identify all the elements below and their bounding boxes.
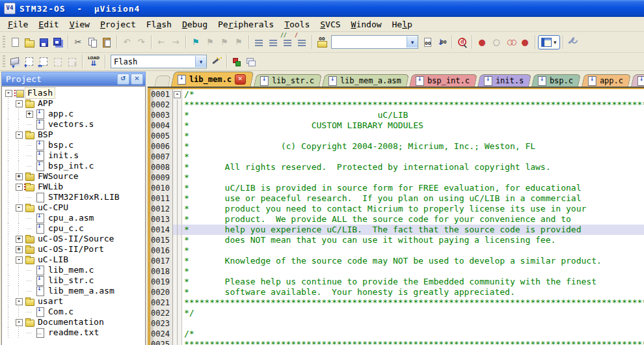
tree-item-vectors-s[interactable]: vectors.s (3, 119, 145, 130)
kill-all-breakpoints-button[interactable]: ● (518, 35, 532, 49)
tree-item-fwsource[interactable]: +FWSource (3, 171, 145, 182)
menu-window[interactable]: Window (346, 19, 387, 30)
tree-item-stm32f10xr-lib[interactable]: STM32F10xR.LIB (3, 192, 145, 202)
build-button[interactable] (22, 55, 36, 69)
tree-item-lib-mem-c[interactable]: lib_mem.c (3, 265, 145, 275)
clear-bookmarks-button[interactable]: ⚑ (232, 35, 246, 49)
tab-init-s[interactable]: init.s (477, 74, 531, 87)
expand-icon[interactable]: + (24, 109, 34, 119)
copy-button[interactable] (85, 35, 100, 49)
comment-button[interactable] (280, 35, 295, 49)
insert-breakpoint-button[interactable]: ● (475, 35, 489, 49)
expand-icon[interactable]: + (14, 244, 24, 255)
redo-button[interactable]: ↷ (134, 35, 148, 49)
close-icon[interactable]: ✕ (131, 74, 143, 85)
stop-build-button[interactable] (65, 55, 79, 69)
tab-lib-str-c[interactable]: lib_str.c (254, 74, 322, 87)
tree-item-app[interactable]: -APP (3, 98, 145, 109)
menu-edit[interactable]: Edit (33, 19, 64, 30)
expand-icon[interactable]: + (14, 234, 24, 244)
cascade-windows-button[interactable] (244, 55, 258, 69)
unindent-button[interactable] (252, 35, 266, 49)
collapse-icon[interactable]: - (14, 317, 24, 327)
tree-item-init-s[interactable]: init.s (3, 150, 145, 161)
next-bookmark-button[interactable]: ⚑ (217, 35, 232, 49)
collapse-icon[interactable]: - (14, 255, 24, 265)
collapse-icon[interactable]: - (14, 296, 24, 307)
menu-peripherals[interactable]: Peripherals (213, 19, 279, 30)
configure-button[interactable] (566, 35, 580, 49)
pin-icon[interactable]: ↺ (117, 74, 129, 85)
cut-button[interactable]: ✂ (71, 35, 85, 49)
open-file-button[interactable] (22, 35, 36, 49)
menu-view[interactable]: View (64, 19, 95, 30)
chevron-down-icon[interactable]: ▾ (195, 56, 206, 67)
debug-find-button[interactable] (455, 35, 469, 49)
fold-margin[interactable]: - (173, 89, 182, 100)
code-area[interactable]: 0001-/*0002*****************************… (148, 88, 644, 345)
find-in-files-button[interactable] (315, 35, 329, 49)
target-select[interactable]: Flash▾ (111, 55, 207, 68)
tree-item-bsp-int-c[interactable]: bsp_int.c (3, 161, 145, 171)
tree-item-bsp-c[interactable]: bsp.c (3, 140, 145, 150)
tree-item-uc-os-ii-port[interactable]: +uC-OS-II/Port (3, 244, 145, 255)
menu-svcs[interactable]: SVCS (315, 19, 345, 30)
tree-item-lib-mem-a-asm[interactable]: lib_mem_a.asm (3, 286, 145, 296)
disable-all-breakpoints-button[interactable]: ○○ (503, 35, 518, 49)
nav-back-button[interactable]: ← (154, 35, 168, 49)
tree-item-documentation[interactable]: -Documentation (3, 317, 145, 327)
tree-item-uc-lib[interactable]: -uC-LIB (3, 255, 145, 265)
tab-app-c[interactable]: app.c (581, 74, 630, 87)
tab-close-button[interactable]: ✕ (235, 74, 246, 85)
find-text-button[interactable] (420, 35, 435, 49)
save-button[interactable] (36, 35, 51, 49)
rebuild-button[interactable] (36, 55, 51, 69)
uncomment-button[interactable] (295, 35, 309, 49)
download-button[interactable]: LOAD⇊ (85, 55, 102, 69)
menu-flash[interactable]: Flash (141, 19, 177, 30)
enable-breakpoint-button[interactable]: ○ (489, 35, 503, 49)
tree-item-readme-txt[interactable]: readme.txt (3, 327, 145, 338)
translate-button[interactable] (8, 55, 22, 69)
fold-collapse-icon[interactable]: - (174, 91, 181, 98)
find-input[interactable] (332, 37, 407, 47)
prev-bookmark-button[interactable]: ⚑ (203, 35, 217, 49)
tab-bsp-c[interactable]: bsp.c (531, 74, 581, 87)
tree-item-lib-str-c[interactable]: lib_str.c (3, 275, 145, 286)
undo-button[interactable]: ↶ (120, 35, 134, 49)
chevron-down-icon[interactable]: ▾ (407, 36, 418, 48)
window-layout-button[interactable]: ▾ (538, 35, 560, 49)
menu-help[interactable]: Help (387, 19, 418, 30)
tree-item-uc-os-ii-source[interactable]: +uC-OS-II/Source (3, 234, 145, 244)
menu-file[interactable]: File (3, 19, 33, 30)
collapse-icon[interactable]: - (14, 202, 24, 213)
manage-components-button[interactable] (230, 55, 244, 69)
nav-forward-button[interactable]: → (168, 35, 183, 49)
collapse-icon[interactable]: - (14, 130, 24, 140)
incremental-find-button[interactable] (435, 35, 449, 49)
tab-bsp-int-c[interactable]: bsp_int.c (409, 74, 477, 87)
tree-item-cpu-c-c[interactable]: cpu_c.c (3, 223, 145, 234)
toggle-bookmark-button[interactable]: ⚑ (189, 35, 203, 49)
tab-lib-mem-c[interactable]: lib_mem.c✕ (171, 72, 254, 87)
collapse-icon[interactable]: - (3, 88, 14, 98)
tree-item-usart[interactable]: -usart (3, 296, 145, 307)
collapse-icon[interactable]: - (14, 98, 24, 109)
tree-item-flash[interactable]: -Flash (3, 88, 145, 98)
tree-item-app-c[interactable]: +app.c (3, 109, 145, 119)
collapse-icon[interactable]: - (14, 182, 24, 192)
menu-project[interactable]: Project (95, 19, 141, 30)
batch-build-button[interactable] (51, 55, 65, 69)
tree-item-uc-cpu[interactable]: -uC-CPU (3, 202, 145, 213)
new-file-button[interactable] (8, 35, 22, 49)
menu-tools[interactable]: Tools (279, 19, 315, 30)
tree-item-bsp[interactable]: -BSP (3, 130, 145, 140)
tree-item-com-c[interactable]: Com.c (3, 307, 145, 317)
paste-button[interactable] (100, 35, 114, 49)
menu-debug[interactable]: Debug (177, 19, 213, 30)
tab-co[interactable]: Co (631, 74, 644, 87)
tree-item-cpu-a-asm[interactable]: cpu_a.asm (3, 213, 145, 223)
tab-lib-mem-a-asm[interactable]: lib_mem_a.asm (322, 74, 409, 87)
expand-icon[interactable]: + (14, 171, 24, 182)
indent-button[interactable] (266, 35, 280, 49)
